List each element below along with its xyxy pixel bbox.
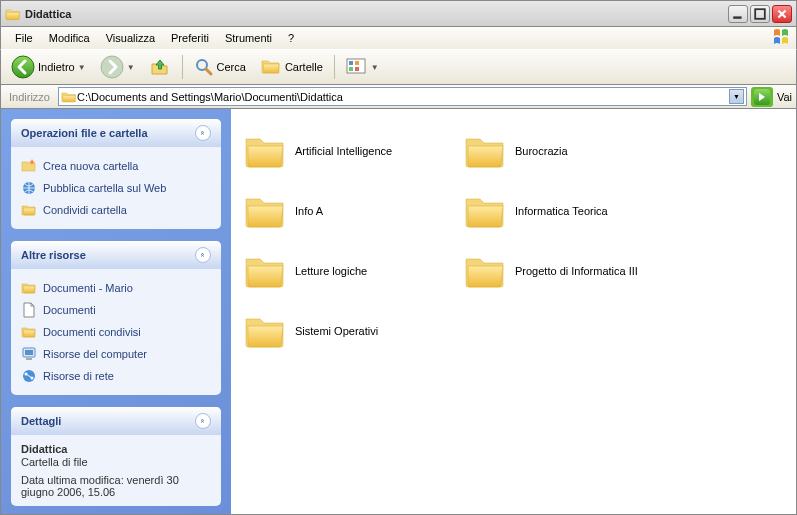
task-label: Risorse del computer [43,348,147,360]
task-documenti[interactable]: Documenti [21,299,211,321]
network-icon [21,368,37,384]
collapse-icon: « [195,125,211,141]
window-folder-icon [5,7,21,21]
collapse-icon: « [195,413,211,429]
svg-rect-8 [349,67,353,71]
search-button[interactable]: Cerca [188,53,252,81]
menu-modifica[interactable]: Modifica [41,30,98,46]
folder-name: Progetto di Informatica III [515,265,638,277]
task-shared-docs[interactable]: Documenti condivisi [21,321,211,343]
panel-title: Operazioni file e cartella [21,127,148,139]
panel-file-operations: Operazioni file e cartella « Crea nuova … [11,119,221,229]
folder-item[interactable]: Burocrazia [459,121,679,181]
folder-item[interactable]: Artificial Intelligence [239,121,459,181]
task-label: Condividi cartella [43,204,127,216]
task-label: Documenti condivisi [43,326,141,338]
folder-content[interactable]: Artificial Intelligence Burocrazia Info … [231,109,796,514]
go-arrow-icon [754,89,770,105]
maximize-button[interactable] [750,5,770,23]
task-label: Documenti - Mario [43,282,133,294]
folders-button[interactable]: Cartelle [254,53,329,81]
task-label: Crea nuova cartella [43,160,138,172]
task-publish-web[interactable]: Pubblica cartella sul Web [21,177,211,199]
panel-header-details[interactable]: Dettagli « [11,407,221,435]
panel-details: Dettagli « Didattica Cartella di file Da… [11,407,221,506]
menu-file[interactable]: File [7,30,41,46]
chevron-down-icon: ▼ [127,63,135,72]
sidebar: Operazioni file e cartella « Crea nuova … [1,109,231,514]
views-button[interactable]: ▼ [340,54,385,80]
address-box[interactable]: ▼ [58,87,747,106]
folder-name: Letture logiche [295,265,367,277]
up-folder-icon [149,56,171,78]
folder-item[interactable]: Progetto di Informatica III [459,241,679,301]
folder-icon [21,280,37,296]
svg-point-2 [12,56,34,78]
address-folder-icon [61,90,77,104]
address-input[interactable] [77,91,729,103]
new-folder-icon [21,158,37,174]
back-label: Indietro [38,61,75,73]
close-button[interactable] [772,5,792,23]
windows-flag-icon [772,28,792,48]
task-network[interactable]: Risorse di rete [21,365,211,387]
task-documents-mario[interactable]: Documenti - Mario [21,277,211,299]
menu-bar: File Modifica Visualizza Preferiti Strum… [0,27,797,49]
details-modified: Data ultima modifica: venerdì 30 giugno … [21,474,211,498]
folder-item[interactable]: Info A [239,181,459,241]
computer-icon [21,346,37,362]
address-dropdown[interactable]: ▼ [729,89,744,104]
details-name: Didattica [21,443,211,455]
toolbar-separator [334,55,335,79]
panel-header-file-operations[interactable]: Operazioni file e cartella « [11,119,221,147]
folders-label: Cartelle [285,61,323,73]
task-label: Risorse di rete [43,370,114,382]
folder-icon [243,191,287,231]
menu-strumenti[interactable]: Strumenti [217,30,280,46]
collapse-icon: « [195,247,211,263]
menu-help[interactable]: ? [280,30,302,46]
svg-rect-14 [26,358,32,360]
menu-visualizza[interactable]: Visualizza [98,30,163,46]
panel-header-other-resources[interactable]: Altre risorse « [11,241,221,269]
folder-icon [463,191,507,231]
chevron-down-icon: ▼ [78,63,86,72]
folders-icon [260,57,282,77]
back-arrow-icon [11,55,35,79]
folder-item[interactable]: Informatica Teorica [459,181,679,241]
share-folder-icon [21,202,37,218]
details-type: Cartella di file [21,456,211,468]
folder-name: Informatica Teorica [515,205,608,217]
toolbar-separator [182,55,183,79]
document-icon [21,302,37,318]
svg-rect-6 [349,61,353,65]
task-share-folder[interactable]: Condividi cartella [21,199,211,221]
go-label: Vai [777,91,792,103]
minimize-button[interactable] [728,5,748,23]
task-new-folder[interactable]: Crea nuova cartella [21,155,211,177]
folder-name: Sistemi Operativi [295,325,378,337]
go-button[interactable] [751,87,773,107]
menu-preferiti[interactable]: Preferiti [163,30,217,46]
task-my-computer[interactable]: Risorse del computer [21,343,211,365]
svg-rect-0 [733,16,741,18]
window-title: Didattica [25,8,726,20]
svg-rect-1 [755,9,765,19]
folder-icon [463,251,507,291]
up-button[interactable] [143,52,177,82]
forward-button[interactable]: ▼ [94,51,141,83]
folder-icon [243,311,287,351]
folder-name: Artificial Intelligence [295,145,392,157]
panel-other-resources: Altre risorse « Documenti - Mario Docume… [11,241,221,395]
search-label: Cerca [217,61,246,73]
svg-rect-7 [355,61,359,65]
folder-item[interactable]: Sistemi Operativi [239,301,459,361]
folder-item[interactable]: Letture logiche [239,241,459,301]
back-button[interactable]: Indietro ▼ [5,51,92,83]
svg-point-3 [101,56,123,78]
address-bar: Indirizzo ▼ Vai [0,85,797,109]
main-area: Operazioni file e cartella « Crea nuova … [0,109,797,515]
folder-name: Burocrazia [515,145,568,157]
folder-icon [463,131,507,171]
toolbar: Indietro ▼ ▼ Cerca Cartelle [0,49,797,85]
